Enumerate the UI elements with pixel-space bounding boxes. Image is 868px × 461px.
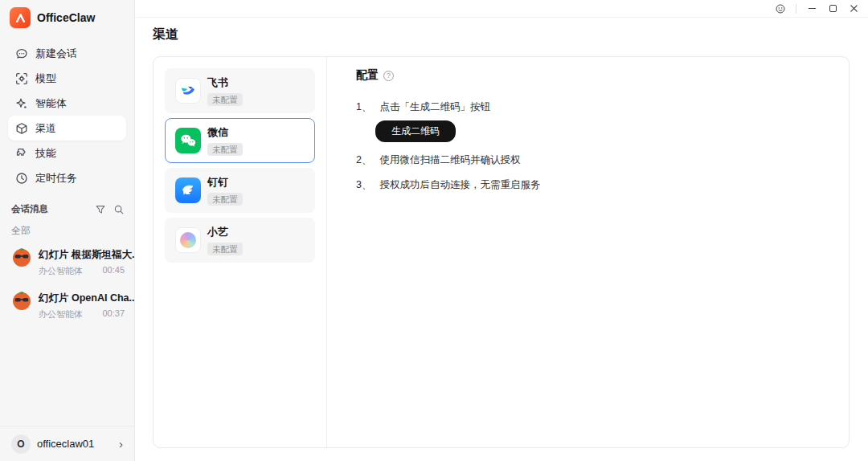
officeclaw-logo-icon [10,7,31,28]
step-text: 点击「生成二维码」按钮 [379,100,490,114]
conversation-time: 00:37 [102,308,125,320]
account-name: officeclaw01 [37,438,94,450]
puzzle-icon [15,147,28,160]
channel-name: 飞书 [207,75,243,90]
conversation-subtitle: 办公智能体 [39,265,83,277]
channel-status-badge: 未配置 [207,93,243,107]
sidebar-item-skills[interactable]: 技能 [8,141,126,165]
window-titlebar[interactable] [136,0,868,18]
feedback-smiley-icon[interactable] [775,3,786,14]
sidebar-item-label: 技能 [35,146,56,161]
xiaoyi-icon [175,227,201,253]
channel-name: 小艺 [207,225,243,239]
help-icon[interactable]: ? [383,71,394,81]
channel-name: 钉钉 [207,175,243,190]
messages-section-header: 会话消息 [11,203,125,215]
conversation-title: 幻灯片 OpenAI Cha... [39,292,134,304]
generate-qr-button[interactable]: 生成二维码 [375,120,456,142]
conversation-subtitle: 办公智能体 [39,308,83,320]
step-number: 2、 [356,153,371,167]
search-icon[interactable] [113,204,125,215]
minimize-button[interactable] [806,3,817,14]
step-text: 使用微信扫描二维码并确认授权 [379,153,520,167]
account-row[interactable]: O officeclaw01 › [0,426,134,461]
config-panel: 配置 ? 1、 点击「生成二维码」按钮 生成二维码 2、 使用微信扫描二维码并确… [327,57,849,447]
titlebar-divider [796,4,796,14]
sidebar-item-models[interactable]: 模型 [8,66,126,91]
step-number: 3、 [356,178,371,192]
main-area: 渠道 飞书 未配置 微信 [136,0,868,461]
sidebar-item-label: 渠道 [35,121,56,136]
account-avatar: O [11,434,31,454]
config-step-1: 1、 点击「生成二维码」按钮 [356,100,829,114]
sidebar: OfficeClaw 新建会话 模型 智能体 渠道 技能 [0,0,135,461]
messages-header-label: 会话消息 [11,203,48,215]
conversation-title: 幻灯片 根据斯坦福大... [39,249,134,260]
config-step-2: 2、 使用微信扫描二维码并确认授权 [356,153,829,167]
channel-list: 飞书 未配置 微信 未配置 [154,57,327,447]
sidebar-item-scheduled-tasks[interactable]: 定时任务 [8,165,126,190]
wechat-icon [175,128,201,153]
feishu-icon [175,78,201,104]
channel-status-badge: 未配置 [207,143,243,157]
sidebar-nav: 新建会话 模型 智能体 渠道 技能 定时任务 [0,36,134,190]
step-text: 授权成功后自动连接，无需重启服务 [379,178,540,192]
config-step-3: 3、 授权成功后自动连接，无需重启服务 [356,178,829,192]
channel-status-badge: 未配置 [207,243,243,256]
channel-card-dingtalk[interactable]: 钉钉 未配置 [165,168,315,213]
app-logo-row: OfficeClaw [0,0,134,36]
close-button[interactable] [848,3,859,14]
clock-icon [15,172,28,185]
sidebar-item-label: 智能体 [35,96,67,111]
channel-name: 微信 [207,125,243,140]
chevron-right-icon: › [119,438,123,450]
channel-card-wechat[interactable]: 微信 未配置 [165,118,315,163]
sparkle-icon [15,97,28,110]
channel-status-badge: 未配置 [207,193,243,206]
app-window: OfficeClaw 新建会话 模型 智能体 渠道 技能 [0,0,868,461]
conversation-item[interactable]: 幻灯片 OpenAI Cha... 办公智能体 00:37 [0,284,134,327]
sidebar-item-agents[interactable]: 智能体 [8,91,126,116]
step-number: 1、 [356,100,371,114]
channel-card-feishu[interactable]: 飞书 未配置 [165,68,315,113]
filter-icon[interactable] [95,204,106,215]
agent-avatar [11,247,32,267]
sidebar-item-new-chat[interactable]: 新建会话 [8,41,126,66]
channel-card-xiaoyi[interactable]: 小艺 未配置 [165,218,315,263]
sidebar-item-label: 新建会话 [35,47,77,61]
sidebar-item-label: 模型 [35,71,56,86]
chat-bubble-icon [15,47,28,60]
sidebar-item-channels[interactable]: 渠道 [8,116,126,141]
conversation-time: 00:45 [102,265,125,277]
agent-avatar [11,290,32,311]
maximize-button[interactable] [827,3,838,14]
app-name: OfficeClaw [37,11,95,24]
page-title: 渠道 [153,27,178,43]
cube-icon [15,122,28,135]
model-icon [15,72,28,85]
channels-panel: 飞书 未配置 微信 未配置 [153,56,850,448]
dingtalk-icon [175,177,201,203]
conversation-list: 幻灯片 根据斯坦福大... 办公智能体 00:45 幻灯片 OpenAI Cha… [0,240,134,426]
sidebar-item-label: 定时任务 [35,171,77,186]
conversation-item[interactable]: 幻灯片 根据斯坦福大... 办公智能体 00:45 [0,240,134,284]
messages-filter-all[interactable]: 全部 [0,215,134,240]
config-title: 配置 [356,68,379,83]
